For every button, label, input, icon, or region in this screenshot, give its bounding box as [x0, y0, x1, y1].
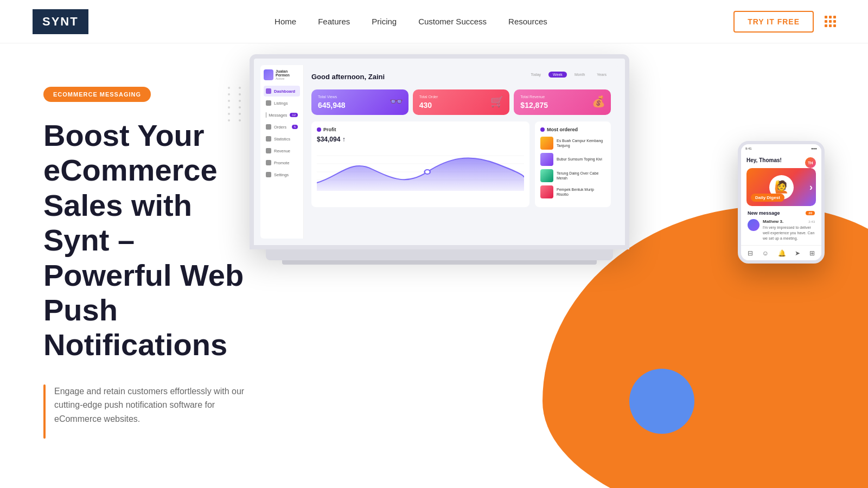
- dashboard-main: Good afternoon, Zaini Today Week Month Y…: [304, 65, 618, 239]
- chart-title: Profit: [317, 127, 524, 132]
- phone-smile-icon[interactable]: ☺: [762, 249, 769, 257]
- svg-point-4: [425, 170, 430, 174]
- dashboard: Jualan Permen Active Dashboard Listings: [260, 65, 618, 239]
- brand-logo[interactable]: SYNT: [33, 9, 88, 34]
- phone-daily-digest-card[interactable]: 🙋 › Daily Digest: [746, 168, 816, 206]
- order-icon: 🛒: [490, 95, 504, 108]
- dashboard-bottom: Profit $34,094 ↑: [311, 121, 611, 207]
- listings-icon: [266, 100, 271, 106]
- phone-msg-header: New message 20: [748, 210, 815, 216]
- orders-badge: 5: [292, 125, 298, 129]
- sidebar-item-statistics[interactable]: Statistics: [264, 133, 300, 144]
- laptop-foot: [282, 260, 597, 265]
- home-icon: [266, 88, 271, 94]
- sidebar-item-messages[interactable]: Messages 12: [264, 110, 300, 120]
- hero-section: ECOMMERCE MESSAGING Boost Your eCommerce…: [0, 43, 868, 488]
- phone-greeting: Hey, Thomas!: [746, 157, 782, 163]
- navbar: SYNT Home Features Pricing Customer Succ…: [0, 0, 868, 43]
- product-name-4: Pempek Bentuk Murip Risotto: [557, 187, 605, 197]
- hero-right: Jualan Permen Active Dashboard Listings: [282, 43, 868, 488]
- nav-resources[interactable]: Resources: [508, 17, 547, 26]
- revenue-icon: [266, 148, 271, 153]
- product-img-1: [540, 137, 553, 150]
- card-total-views: Total Views 645,948 👓: [311, 89, 409, 115]
- tab-month[interactable]: Month: [570, 72, 589, 78]
- phone-msg-title: New message: [748, 210, 780, 216]
- most-ordered-item-3: Terung Daing Over Cabe Merah: [540, 169, 605, 182]
- product-name-1: Es Buah Campur Kembang Tanjung: [557, 138, 605, 148]
- card-total-revenue: Total Revenue $12,875 💰: [514, 89, 611, 115]
- most-ordered-item-2: Bubur Sumsum Toping Kivi: [540, 153, 605, 166]
- grid-menu-icon[interactable]: [825, 16, 835, 27]
- product-name-2: Bubur Sumsum Toping Kivi: [557, 157, 602, 162]
- kpi-cards: Total Views 645,948 👓 Total Order 430 🛒 …: [311, 89, 611, 115]
- sidebar-item-dashboard[interactable]: Dashboard: [264, 86, 300, 97]
- tab-years[interactable]: Years: [592, 72, 611, 78]
- phone-card-label: Daily Digest: [751, 194, 784, 202]
- product-name-3: Terung Daing Over Cabe Merah: [557, 171, 605, 181]
- phone-signal: ●●●: [811, 147, 817, 150]
- phone-msg-item[interactable]: Mathew 3. 2:43 I'm very impressed to del…: [748, 219, 815, 241]
- phone-status-bar: 9:41 ●●●: [741, 144, 821, 153]
- orders-icon: [266, 124, 271, 130]
- tab-week[interactable]: Week: [548, 72, 567, 78]
- dashboard-username: Jualan Permen: [276, 69, 300, 77]
- messages-badge: 12: [290, 113, 298, 117]
- sidebar-item-settings[interactable]: Settings: [264, 169, 300, 180]
- promote-icon: [266, 160, 271, 165]
- views-icon: 👓: [390, 95, 403, 108]
- product-img-4: [540, 185, 553, 198]
- phone-msg-avatar: [748, 219, 760, 231]
- dashboard-sidebar: Jualan Permen Active Dashboard Listings: [260, 65, 304, 239]
- dashboard-avatar: [264, 69, 273, 80]
- dashboard-greeting: Good afternoon, Zaini: [311, 73, 385, 81]
- phone-body: 9:41 ●●● Hey, Thomas! TH 🙋 ›: [738, 141, 825, 264]
- phone-home-icon[interactable]: ⊟: [748, 249, 753, 257]
- profit-chart: Profit $34,094 ↑: [311, 121, 529, 207]
- phone-msg-text: I'm very impressed to deliver well exper…: [763, 225, 815, 241]
- settings-icon: [266, 172, 271, 177]
- dashboard-user-sub: Active: [276, 77, 300, 80]
- dashboard-user: Jualan Permen Active: [264, 69, 300, 80]
- phone-time: 9:41: [745, 147, 752, 150]
- product-img-2: [540, 153, 553, 166]
- tab-today[interactable]: Today: [526, 72, 545, 78]
- phone-bell-icon[interactable]: 🔔: [778, 249, 786, 257]
- nav-right: TRY IT FREE: [733, 11, 835, 33]
- nav-pricing[interactable]: Pricing: [372, 17, 397, 26]
- laptop: Jualan Permen Active Dashboard Listings: [250, 54, 629, 265]
- sidebar-item-revenue[interactable]: Revenue: [264, 145, 300, 156]
- most-ordered: Most ordered Es Buah Campur Kembang Tanj…: [535, 121, 611, 207]
- nav-features[interactable]: Features: [318, 17, 350, 26]
- hero-title: Boost Your eCommerce Sales with Synt – P…: [43, 118, 250, 363]
- hero-subtitle: Engage and retain customers effortlessly…: [54, 384, 250, 426]
- phone-msg-time: 2:43: [808, 220, 815, 223]
- hero-divider: [43, 384, 46, 439]
- laptop-screen: Jualan Permen Active Dashboard Listings: [250, 54, 629, 249]
- sidebar-item-orders[interactable]: Orders 5: [264, 121, 300, 132]
- nav-links: Home Features Pricing Customer Success R…: [275, 17, 547, 26]
- nav-customer-success[interactable]: Customer Success: [418, 17, 487, 26]
- phone-content: Hey, Thomas! TH 🙋 › Daily Digest: [741, 153, 821, 245]
- chart-svg: [317, 147, 524, 191]
- blue-blob: [629, 369, 694, 434]
- phone-bottom-bar: ⊟ ☺ 🔔 ➤ ⊞: [741, 245, 821, 260]
- sidebar-item-listings[interactable]: Listings: [264, 98, 300, 108]
- time-tabs: Today Week Month Years: [526, 72, 611, 78]
- sidebar-item-promote[interactable]: Promote: [264, 157, 300, 168]
- phone-msg-count: 20: [806, 211, 815, 215]
- card-total-order: Total Order 430 🛒: [413, 89, 510, 115]
- hero-subtitle-wrapper: Engage and retain customers effortlessly…: [43, 384, 250, 426]
- hero-badge: ECOMMERCE MESSAGING: [43, 87, 151, 102]
- most-ordered-item-4: Pempek Bentuk Murip Risotto: [540, 185, 605, 198]
- chart-dot: [317, 127, 321, 132]
- phone-grid-icon[interactable]: ⊞: [809, 249, 815, 257]
- try-free-button[interactable]: TRY IT FREE: [733, 11, 814, 33]
- phone-send-icon[interactable]: ➤: [795, 249, 800, 257]
- chart-amount: $34,094 ↑: [317, 136, 524, 143]
- nav-home[interactable]: Home: [275, 17, 296, 26]
- phone-msg-sender: Mathew 3.: [763, 219, 783, 224]
- hero-left: ECOMMERCE MESSAGING Boost Your eCommerce…: [0, 43, 282, 488]
- laptop-base: [266, 249, 613, 260]
- revenue-icon: 💰: [592, 95, 605, 108]
